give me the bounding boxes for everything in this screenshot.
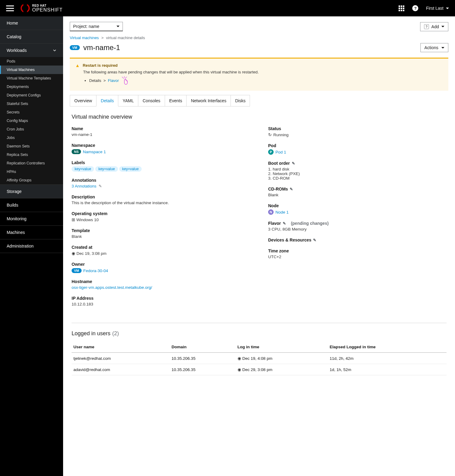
nav-home[interactable]: Home	[0, 16, 63, 30]
tab-yaml[interactable]: YAML	[118, 95, 138, 106]
label-status: Status	[268, 126, 447, 131]
annotations-link[interactable]: 3 Annotations	[72, 184, 96, 188]
label-node: Node	[268, 203, 447, 208]
nav-administration[interactable]: Administration	[0, 239, 63, 253]
label-namespace: Namespace	[72, 143, 250, 148]
pencil-icon[interactable]: ✎	[313, 238, 316, 242]
label-cdroms: CD-ROMs✎	[268, 187, 447, 191]
running-icon: ↻	[268, 132, 272, 137]
cell-domain: 10.35.206.35	[170, 364, 236, 375]
nav-toggle[interactable]	[6, 4, 14, 12]
user-menu[interactable]: First Last	[426, 6, 449, 11]
value-description: This is the description of the virtual m…	[72, 201, 250, 205]
tab-disks[interactable]: Disks	[231, 95, 250, 106]
actions-button[interactable]: Actions	[420, 43, 448, 52]
label-chip[interactable]: key=value	[72, 166, 94, 172]
sidebar-item-deployments[interactable]: Deployments	[0, 83, 63, 91]
sidebar-item-replica-sets[interactable]: Replica Sets	[0, 150, 63, 159]
sidebar-item-hpas[interactable]: HPAs	[0, 167, 63, 176]
boot-order-item: 2. Network (PXE)	[268, 171, 447, 176]
label-hostname: Hostname	[72, 279, 250, 284]
nav-workloads[interactable]: Workloads	[0, 44, 63, 57]
sidebar-item-cron-jobs[interactable]: Cron Jobs	[0, 125, 63, 133]
cell-login: ◉Dec 19, 4:08 pm	[236, 353, 328, 364]
cell-elapsed: 1d, 1h, 52m	[328, 364, 447, 375]
nav-catalog[interactable]: Catalog	[0, 30, 63, 44]
sidebar-item-virtual-machines[interactable]: Virtual Machines	[0, 66, 63, 74]
boot-order-list: 1. hard disk2. Network (PXE)3. CD-ROM	[268, 167, 447, 181]
windows-icon: ⊞	[72, 218, 75, 222]
pencil-icon[interactable]: ✎	[292, 161, 295, 166]
apps-icon[interactable]	[398, 5, 405, 12]
pencil-icon[interactable]: ✎	[99, 184, 102, 188]
top-toolbar: Project: name ? Add	[63, 16, 455, 31]
sidebar-item-virtual-machine-templates[interactable]: Virtual Machine Templates	[0, 74, 63, 83]
tab-consoles[interactable]: Consoles	[138, 95, 165, 106]
logged-users-table: User nameDomainLog in timeElapsed Logged…	[72, 342, 447, 375]
svg-line-0	[122, 77, 124, 79]
project-select[interactable]: Project: name	[70, 22, 123, 31]
label-labels: Labels	[72, 160, 250, 165]
cell-elapsed: 11d, 2h, 42m	[328, 353, 447, 364]
brand-logo[interactable]: RED HAT OPENSHIFT	[21, 4, 63, 13]
alert-body: The following areas have pending changes…	[83, 70, 443, 74]
namespace-link[interactable]: Namspace 1	[83, 150, 106, 154]
node-badge-icon: N	[268, 209, 274, 215]
sidebar-item-replication-controllers[interactable]: Replication Controllers	[0, 159, 63, 167]
table-header[interactable]: Domain	[170, 342, 236, 353]
alert-flavor-link[interactable]: Flavor	[108, 78, 119, 83]
pending-indicator: (pending changes)	[291, 221, 329, 226]
label-chip[interactable]: key=value	[95, 166, 118, 172]
page-title: vm-name-1	[83, 43, 120, 52]
masthead: RED HAT OPENSHIFT ? First Last	[0, 0, 455, 16]
sidebar-item-stateful-sets[interactable]: Stateful Sets	[0, 100, 63, 108]
pod-link[interactable]: Pod 1	[275, 150, 286, 154]
cell-user: tjelinek@redhat.com	[72, 353, 170, 364]
page-header: Virtual machines > virtual machine detai…	[63, 31, 455, 55]
tabs: OverviewDetailsYAMLConsolesEventsNetwork…	[70, 95, 448, 106]
sidebar: Home Catalog Workloads PodsVirtual Machi…	[0, 16, 63, 476]
pencil-icon[interactable]: ✎	[290, 187, 293, 191]
sidebar-item-pods[interactable]: Pods	[0, 57, 63, 66]
table-header[interactable]: User name	[72, 342, 170, 353]
value-status: Running	[273, 133, 288, 137]
table-header[interactable]: Log in time	[236, 342, 328, 353]
caret-down-icon	[116, 26, 120, 27]
pencil-icon[interactable]: ✎	[283, 221, 286, 226]
sidebar-item-secrets[interactable]: Secrets	[0, 108, 63, 116]
brand-main: OPENSHIFT	[32, 7, 63, 13]
value-tz: UTC+2	[268, 255, 447, 259]
table-header[interactable]: Elapsed Logged in time	[328, 342, 447, 353]
nav-builds[interactable]: Builds	[0, 198, 63, 212]
warning-icon: ▲	[75, 63, 80, 68]
content-pane: Project: name ? Add Virtual machines > v…	[63, 16, 455, 476]
sidebar-item-jobs[interactable]: Jobs	[0, 133, 63, 142]
tab-events[interactable]: Events	[165, 95, 187, 106]
nav-machines[interactable]: Machines	[0, 226, 63, 239]
cell-domain: 10.35.206.35	[170, 353, 236, 364]
table-row: adavid@redhat.com10.35.206.35◉Dec 29, 3:…	[72, 364, 447, 375]
logged-users-count: (2)	[112, 330, 119, 337]
tab-network-interfaces[interactable]: Network Interfaces	[186, 95, 231, 106]
openshift-logo-icon	[21, 4, 30, 13]
help-icon[interactable]: ?	[412, 5, 419, 12]
owner-link[interactable]: Fedora-30-04	[83, 268, 108, 273]
nav-storage[interactable]: Storage	[0, 184, 63, 198]
node-link[interactable]: Node 1	[275, 210, 289, 214]
hostname-link[interactable]: osx-tiger-vm.apps.ostest.test.metalkube.…	[72, 285, 152, 290]
sidebar-item-daemon-sets[interactable]: Daemon Sets	[0, 142, 63, 150]
tab-overview[interactable]: Overview	[70, 95, 96, 106]
pod-badge-icon: P	[268, 149, 274, 155]
breadcrumb-root[interactable]: Virtual machines	[70, 35, 99, 40]
sidebar-item-affinity-groups[interactable]: Affinity Groups	[0, 176, 63, 184]
label-chip[interactable]: key=value	[119, 166, 142, 172]
sidebar-item-config-maps[interactable]: Config Maps	[0, 116, 63, 125]
label-pod: Pod	[268, 143, 447, 148]
sidebar-item-deployment-configs[interactable]: Deployment Configs	[0, 91, 63, 100]
caret-down-icon	[441, 26, 444, 27]
add-button[interactable]: ? Add	[420, 22, 448, 31]
tab-details[interactable]: Details	[96, 95, 118, 106]
label-os: Operating system	[72, 211, 250, 216]
nav-monitoring[interactable]: Monitoring	[0, 212, 63, 226]
help-square-icon: ?	[424, 24, 429, 29]
